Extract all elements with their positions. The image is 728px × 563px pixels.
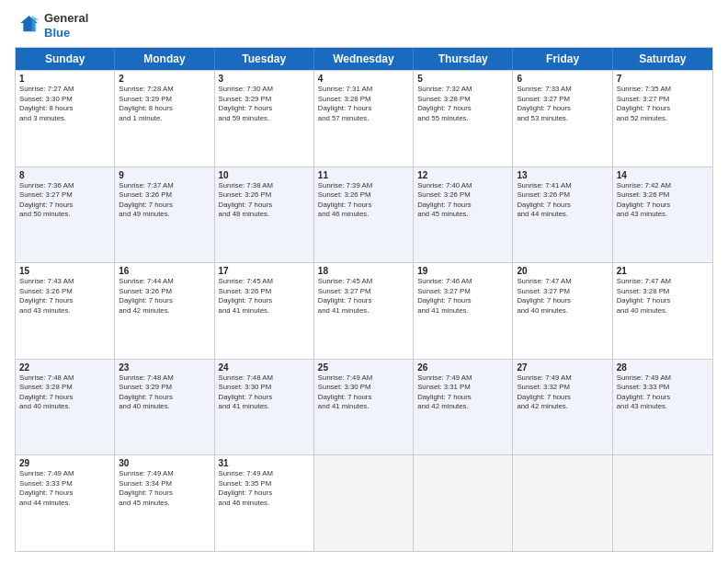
day-info: Sunrise: 7:33 AMSunset: 3:27 PMDaylight:… xyxy=(517,85,608,123)
calendar-cell: 9Sunrise: 7:37 AMSunset: 3:26 PMDaylight… xyxy=(115,167,214,263)
day-info: Sunrise: 7:49 AMSunset: 3:33 PMDaylight:… xyxy=(617,373,709,412)
calendar-cell: 4Sunrise: 7:31 AMSunset: 3:28 PMDaylight… xyxy=(314,71,414,167)
day-info: Sunrise: 7:49 AMSunset: 3:31 PMDaylight:… xyxy=(417,373,508,412)
day-info: Sunrise: 7:48 AMSunset: 3:30 PMDaylight:… xyxy=(219,373,310,412)
day-header: Monday xyxy=(115,48,214,70)
day-number: 17 xyxy=(219,266,310,276)
day-number: 16 xyxy=(119,266,210,276)
calendar-cell: 2Sunrise: 7:28 AMSunset: 3:29 PMDaylight… xyxy=(115,71,214,167)
day-info: Sunrise: 7:37 AMSunset: 3:26 PMDaylight:… xyxy=(119,181,210,220)
calendar-cell xyxy=(513,455,612,551)
calendar-cell: 13Sunrise: 7:41 AMSunset: 3:26 PMDayligh… xyxy=(513,167,612,263)
day-number: 15 xyxy=(19,266,110,276)
day-info: Sunrise: 7:39 AMSunset: 3:26 PMDaylight:… xyxy=(318,181,409,220)
calendar-cell: 31Sunrise: 7:49 AMSunset: 3:35 PMDayligh… xyxy=(215,455,314,551)
day-number: 26 xyxy=(417,362,508,373)
day-info: Sunrise: 7:40 AMSunset: 3:26 PMDaylight:… xyxy=(417,181,508,220)
header: General Blue xyxy=(15,11,713,40)
day-number: 25 xyxy=(318,362,409,373)
calendar-cell: 10Sunrise: 7:38 AMSunset: 3:26 PMDayligh… xyxy=(215,167,314,263)
calendar-body: 1Sunrise: 7:27 AMSunset: 3:30 PMDaylight… xyxy=(16,70,712,551)
day-number: 6 xyxy=(517,74,608,84)
calendar-cell: 24Sunrise: 7:48 AMSunset: 3:30 PMDayligh… xyxy=(215,360,314,455)
day-info: Sunrise: 7:45 AMSunset: 3:26 PMDaylight:… xyxy=(219,277,310,316)
logo: General Blue xyxy=(15,11,88,40)
calendar-cell: 6Sunrise: 7:33 AMSunset: 3:27 PMDaylight… xyxy=(513,71,612,167)
day-info: Sunrise: 7:44 AMSunset: 3:26 PMDaylight:… xyxy=(119,277,210,316)
day-number: 5 xyxy=(417,74,508,84)
calendar-cell xyxy=(613,455,712,551)
day-info: Sunrise: 7:41 AMSunset: 3:26 PMDaylight:… xyxy=(517,181,608,220)
calendar-cell: 7Sunrise: 7:35 AMSunset: 3:27 PMDaylight… xyxy=(613,71,712,167)
day-number: 2 xyxy=(119,74,210,84)
day-number: 10 xyxy=(219,170,310,180)
day-number: 19 xyxy=(417,266,508,276)
day-number: 9 xyxy=(119,170,210,180)
day-number: 27 xyxy=(517,362,608,373)
day-header: Thursday xyxy=(414,48,513,70)
calendar-header: SundayMondayTuesdayWednesdayThursdayFrid… xyxy=(16,48,712,70)
day-header: Friday xyxy=(513,48,612,70)
calendar-cell: 3Sunrise: 7:30 AMSunset: 3:29 PMDaylight… xyxy=(215,71,314,167)
svg-marker-1 xyxy=(32,16,40,31)
day-header: Saturday xyxy=(613,48,712,70)
logo-icon xyxy=(15,13,40,39)
day-number: 30 xyxy=(119,458,210,468)
day-number: 11 xyxy=(318,170,409,180)
calendar-cell: 14Sunrise: 7:42 AMSunset: 3:26 PMDayligh… xyxy=(613,167,712,263)
day-info: Sunrise: 7:28 AMSunset: 3:29 PMDaylight:… xyxy=(119,85,210,123)
day-header: Tuesday xyxy=(215,48,314,70)
calendar-cell: 29Sunrise: 7:49 AMSunset: 3:33 PMDayligh… xyxy=(16,455,115,551)
day-info: Sunrise: 7:30 AMSunset: 3:29 PMDaylight:… xyxy=(219,85,310,123)
day-info: Sunrise: 7:49 AMSunset: 3:30 PMDaylight:… xyxy=(318,373,409,412)
calendar-cell: 28Sunrise: 7:49 AMSunset: 3:33 PMDayligh… xyxy=(613,360,712,455)
page: General Blue SundayMondayTuesdayWednesda… xyxy=(0,0,728,563)
day-info: Sunrise: 7:49 AMSunset: 3:34 PMDaylight:… xyxy=(119,469,210,508)
day-info: Sunrise: 7:31 AMSunset: 3:28 PMDaylight:… xyxy=(318,85,409,123)
day-number: 18 xyxy=(318,266,409,276)
calendar-cell: 27Sunrise: 7:49 AMSunset: 3:32 PMDayligh… xyxy=(513,360,612,455)
calendar-cell: 30Sunrise: 7:49 AMSunset: 3:34 PMDayligh… xyxy=(115,455,214,551)
calendar-cell: 8Sunrise: 7:36 AMSunset: 3:27 PMDaylight… xyxy=(16,167,115,263)
day-info: Sunrise: 7:47 AMSunset: 3:27 PMDaylight:… xyxy=(517,277,608,316)
logo-text: General Blue xyxy=(44,11,88,40)
day-info: Sunrise: 7:43 AMSunset: 3:26 PMDaylight:… xyxy=(19,277,110,316)
day-number: 12 xyxy=(417,170,508,180)
day-header: Wednesday xyxy=(314,48,414,70)
day-number: 13 xyxy=(517,170,608,180)
day-number: 28 xyxy=(617,362,709,373)
calendar-row: 29Sunrise: 7:49 AMSunset: 3:33 PMDayligh… xyxy=(16,454,712,551)
day-info: Sunrise: 7:49 AMSunset: 3:33 PMDaylight:… xyxy=(19,469,110,508)
day-info: Sunrise: 7:27 AMSunset: 3:30 PMDaylight:… xyxy=(19,85,110,123)
calendar-cell: 19Sunrise: 7:46 AMSunset: 3:27 PMDayligh… xyxy=(414,263,513,359)
day-info: Sunrise: 7:48 AMSunset: 3:29 PMDaylight:… xyxy=(119,373,210,412)
calendar-row: 1Sunrise: 7:27 AMSunset: 3:30 PMDaylight… xyxy=(16,70,712,167)
day-number: 8 xyxy=(19,170,110,180)
calendar-cell: 16Sunrise: 7:44 AMSunset: 3:26 PMDayligh… xyxy=(115,263,214,359)
calendar-row: 8Sunrise: 7:36 AMSunset: 3:27 PMDaylight… xyxy=(16,167,712,263)
calendar-cell: 20Sunrise: 7:47 AMSunset: 3:27 PMDayligh… xyxy=(513,263,612,359)
day-number: 3 xyxy=(219,74,310,84)
day-info: Sunrise: 7:42 AMSunset: 3:26 PMDaylight:… xyxy=(617,181,709,220)
day-info: Sunrise: 7:48 AMSunset: 3:28 PMDaylight:… xyxy=(19,373,110,412)
day-info: Sunrise: 7:49 AMSunset: 3:35 PMDaylight:… xyxy=(219,469,310,508)
day-number: 7 xyxy=(617,74,709,84)
day-info: Sunrise: 7:49 AMSunset: 3:32 PMDaylight:… xyxy=(517,373,608,412)
day-info: Sunrise: 7:47 AMSunset: 3:28 PMDaylight:… xyxy=(617,277,709,316)
day-number: 1 xyxy=(19,74,110,84)
day-info: Sunrise: 7:36 AMSunset: 3:27 PMDaylight:… xyxy=(19,181,110,220)
day-number: 4 xyxy=(318,74,409,84)
calendar-cell: 17Sunrise: 7:45 AMSunset: 3:26 PMDayligh… xyxy=(215,263,314,359)
day-info: Sunrise: 7:46 AMSunset: 3:27 PMDaylight:… xyxy=(417,277,508,316)
calendar: SundayMondayTuesdayWednesdayThursdayFrid… xyxy=(15,47,713,552)
day-number: 23 xyxy=(119,362,210,373)
calendar-cell: 26Sunrise: 7:49 AMSunset: 3:31 PMDayligh… xyxy=(414,360,513,455)
day-number: 24 xyxy=(219,362,310,373)
day-info: Sunrise: 7:35 AMSunset: 3:27 PMDaylight:… xyxy=(617,85,709,123)
day-header: Sunday xyxy=(16,48,115,70)
calendar-cell: 21Sunrise: 7:47 AMSunset: 3:28 PMDayligh… xyxy=(613,263,712,359)
day-number: 31 xyxy=(219,458,310,468)
day-info: Sunrise: 7:32 AMSunset: 3:28 PMDaylight:… xyxy=(417,85,508,123)
calendar-cell: 11Sunrise: 7:39 AMSunset: 3:26 PMDayligh… xyxy=(314,167,414,263)
day-number: 29 xyxy=(19,458,110,468)
